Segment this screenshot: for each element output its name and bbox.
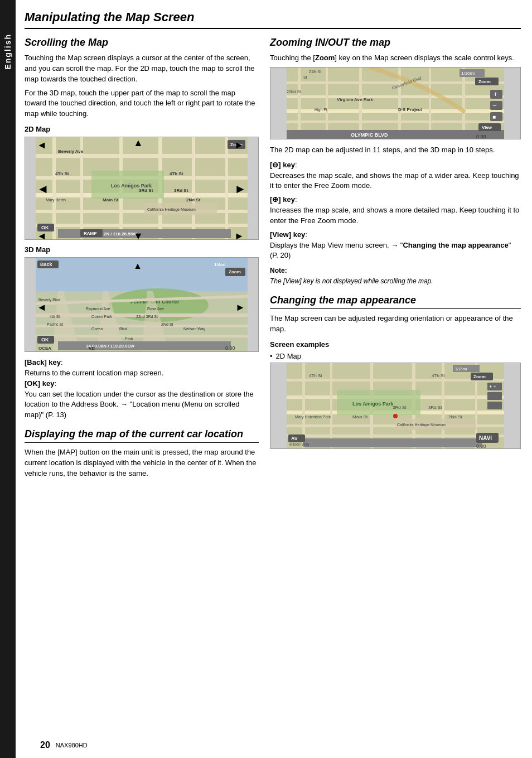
zooming-text-2: The 2D map can be adjusted in 11 steps, … [270, 145, 521, 156]
back-key-text: Returns to the current location map scre… [25, 369, 163, 377]
svg-text:►: ► [234, 230, 244, 240]
svg-text:NAVI: NAVI [479, 435, 492, 441]
svg-text:D·S Project: D·S Project [398, 107, 422, 112]
main-content: Manipulating the Map Screen Scrolling th… [16, 0, 532, 758]
svg-text:0:00: 0:00 [476, 443, 486, 449]
svg-rect-85 [359, 67, 362, 139]
svg-text:Pacific St: Pacific St [47, 322, 63, 326]
svg-text:22nd 3Rd St: 22nd 3Rd St [136, 315, 158, 318]
svg-text:◄: ◄ [37, 302, 47, 313]
svg-rect-84 [326, 67, 328, 139]
note-text: The [View] key is not displayed while sc… [270, 277, 433, 285]
svg-text:22Nd St: 22Nd St [287, 90, 301, 94]
svg-text:California Heritage Museum: California Heritage Museum [147, 207, 196, 212]
svg-text:AV: AV [291, 436, 298, 441]
minus-key-label: [⊖] key [270, 161, 295, 169]
svg-text:1/16mi: 1/16mi [455, 367, 467, 371]
screen-examples-2d-item: 2D Map [270, 352, 521, 360]
left-column: Scrolling the Map Touching the Map scree… [25, 37, 259, 482]
svg-rect-78 [287, 67, 504, 139]
svg-text:Ocean: Ocean [91, 327, 103, 331]
svg-rect-148 [487, 402, 502, 409]
scrolling-text-1: Touching the Map screen displays a curso… [25, 53, 259, 85]
svg-text:1/4mi: 1/4mi [214, 262, 225, 267]
map-3d-label: 3D Map [25, 245, 259, 254]
changing-title: Changing the map appearance [270, 294, 521, 309]
svg-text:California Heritage Museum: California Heritage Museum [397, 423, 446, 427]
zooming-text: Touching the [Zoom] key on the Map scree… [270, 53, 521, 64]
svg-text:Back: Back [40, 262, 53, 267]
plus-key-label: [⊕] key [270, 195, 295, 204]
map-2d-image: Los Amigos Park Beverly Ave 4Th St 4Th S… [25, 137, 259, 240]
svg-point-149 [393, 414, 398, 418]
side-tab: English [0, 0, 16, 758]
svg-text:Mary Hotchkiss Park: Mary Hotchkiss Park [295, 415, 331, 419]
minus-key-text: Decreases the map scale, and shows the m… [270, 171, 519, 190]
map-3d-image: Penmar Golf Course Beverly Blvd Raymond … [25, 257, 259, 352]
svg-text:High Pl: High Pl [315, 108, 327, 112]
svg-text:OK: OK [41, 337, 49, 342]
displaying-title: Displaying the map of the current car lo… [25, 428, 259, 443]
svg-text:Park: Park [125, 337, 133, 341]
scrolling-title: Scrolling the Map [25, 37, 259, 49]
svg-rect-5 [36, 224, 248, 227]
svg-text:Ocean Park: Ocean Park [91, 315, 112, 318]
svg-text:Zoom: Zoom [229, 269, 241, 274]
ok-key-text: You can set the location under the curso… [25, 390, 254, 419]
note-section: Note: The [View] key is not displayed wh… [270, 265, 521, 287]
svg-rect-80 [287, 95, 504, 98]
map-2d-small-label: 2D Map [276, 352, 302, 360]
svg-text:+: + [494, 90, 497, 98]
svg-text:2Nd St: 2Nd St [186, 197, 201, 202]
svg-text:RAMP: RAMP [84, 231, 97, 236]
map-zoom-image: St 219t St 22Nd St Cloverfield Blvd Virg… [270, 67, 521, 139]
svg-text:■: ■ [492, 114, 496, 120]
ok-key-label: [OK] key [25, 379, 54, 388]
svg-text:3Rd St: 3Rd St [139, 188, 153, 193]
svg-text:Zoom: Zoom [478, 79, 491, 84]
svg-rect-82 [287, 120, 504, 123]
columns-layout: Scrolling the Map Touching the Map scree… [25, 37, 521, 482]
note-title: Note: [270, 267, 287, 274]
svg-rect-134 [303, 438, 482, 447]
svg-text:◄: ◄ [37, 182, 49, 196]
svg-text:Los Amigos Park: Los Amigos Park [352, 401, 394, 407]
svg-rect-83 [298, 67, 301, 139]
scrolling-text-2: For the 3D map, touch the upper part of … [25, 88, 259, 120]
svg-text:4Th St: 4Th St [432, 373, 445, 378]
svg-text:Raymond Ave: Raymond Ave [86, 307, 110, 311]
zooming-title: Zooming IN/OUT the map [270, 37, 521, 49]
back-key-label: [Back] key [25, 358, 61, 366]
svg-rect-94 [287, 130, 504, 139]
svg-text:OCEA: OCEA [38, 346, 51, 351]
plus-key-section: [⊕] key: Increases the map scale, and sh… [270, 195, 521, 226]
svg-text:View: View [482, 125, 492, 130]
back-key-section: [Back] key: Returns to the current locat… [25, 358, 259, 421]
svg-text:OLYMPIC BLVD: OLYMPIC BLVD [351, 132, 388, 138]
svg-text:3Rd St: 3Rd St [174, 188, 188, 193]
side-tab-label: English [3, 33, 12, 70]
svg-rect-116 [287, 434, 504, 437]
map-3d-svg: Penmar Golf Course Beverly Blvd Raymond … [25, 258, 258, 352]
svg-rect-10 [192, 137, 195, 240]
svg-rect-62 [58, 341, 231, 350]
svg-text:219t St: 219t St [309, 70, 321, 74]
view-key-label: [View] key [270, 230, 305, 239]
svg-text:OK: OK [41, 225, 49, 230]
svg-text:◄: ◄ [37, 230, 47, 240]
svg-rect-88 [462, 67, 465, 139]
svg-text:−: − [492, 102, 496, 109]
page-footer: 20 NAX980HD [40, 740, 88, 750]
view-key-section: [View] key: Displays the Map View menu s… [270, 230, 521, 262]
map-2d-small-svg: Los Amigos Park 4Th St 4Th St 3Rd St 3Rd… [270, 363, 520, 449]
svg-text:4th St: 4th St [50, 315, 60, 318]
svg-text:▼: ▼ [133, 230, 143, 240]
svg-rect-118 [330, 363, 332, 449]
svg-rect-1 [36, 154, 248, 158]
svg-text:▲: ▲ [133, 261, 142, 271]
svg-rect-147 [487, 392, 502, 400]
map-2d-small-image: Los Amigos Park 4Th St 4Th St 3Rd St 3Rd… [270, 363, 521, 449]
svg-text:2Nd St: 2Nd St [448, 414, 462, 419]
svg-text:Virginia Ave Park: Virginia Ave Park [337, 97, 374, 102]
page-number: 20 [40, 740, 50, 750]
